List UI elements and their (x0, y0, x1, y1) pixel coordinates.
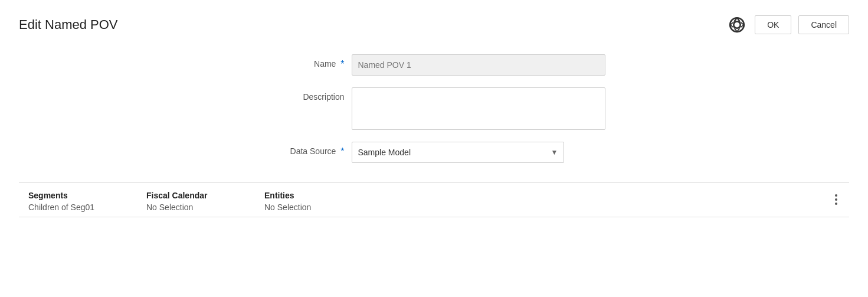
name-row: Name * (257, 54, 670, 76)
help-button[interactable] (726, 14, 748, 35)
svg-point-5 (731, 18, 744, 32)
grid-col-fiscal-calendar: Fiscal Calendar No Selection (146, 191, 264, 212)
page-container: Edit Named POV (0, 0, 868, 231)
grid-col-segments: Segments Children of Seg01 (28, 191, 146, 212)
data-source-select[interactable]: Sample Model (352, 142, 564, 163)
segments-col-header: Segments (28, 191, 137, 200)
form-section: Name * Description Data Source * Sample … (198, 54, 670, 163)
entities-col-header: Entities (264, 191, 373, 200)
name-required-star: * (340, 59, 344, 69)
svg-point-1 (734, 22, 741, 28)
page-title: Edit Named POV (19, 17, 118, 32)
name-label: Name * (257, 54, 352, 70)
ok-button[interactable]: OK (755, 15, 791, 34)
cancel-button[interactable]: Cancel (798, 15, 849, 34)
segments-col-value: Children of Seg01 (28, 203, 137, 212)
description-input[interactable] (352, 87, 605, 130)
description-row: Description (257, 87, 670, 130)
fiscal-calendar-col-value: No Selection (146, 203, 255, 212)
menu-dot-2 (835, 198, 837, 201)
data-source-row: Data Source * Sample Model ▼ (257, 142, 670, 163)
menu-dot-1 (835, 194, 837, 197)
menu-dot-3 (835, 203, 837, 205)
data-source-select-wrapper: Sample Model ▼ (352, 142, 564, 163)
fiscal-calendar-col-header: Fiscal Calendar (146, 191, 255, 200)
grid-header: Segments Children of Seg01 Fiscal Calend… (19, 182, 849, 217)
data-source-required-star: * (340, 146, 344, 156)
name-input[interactable] (352, 54, 605, 76)
grid-col-entities: Entities No Selection (264, 191, 382, 212)
grid-menu-button[interactable] (833, 192, 840, 207)
entities-col-value: No Selection (264, 203, 373, 212)
header: Edit Named POV (19, 14, 849, 35)
data-source-label: Data Source * (257, 142, 352, 157)
header-actions: OK Cancel (726, 14, 849, 35)
description-label: Description (257, 87, 352, 102)
help-icon (729, 17, 745, 33)
svg-point-6 (733, 21, 741, 28)
grid-section: Segments Children of Seg01 Fiscal Calend… (19, 182, 849, 217)
